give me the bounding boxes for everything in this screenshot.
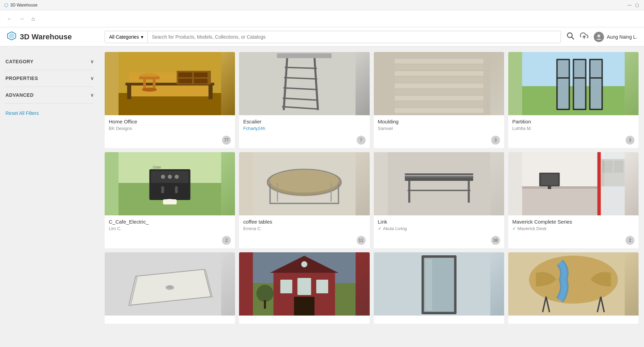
properties-filter-header[interactable]: PROPERTIES ∨ (5, 76, 94, 81)
card-image-coffee-tables (239, 152, 369, 215)
svg-rect-73 (270, 184, 271, 204)
card-maverick[interactable]: Maverick Complete Series ✓ Maverick Desk… (508, 152, 639, 248)
home-button[interactable]: ⌂ (30, 14, 36, 23)
card-river-table[interactable] (508, 252, 639, 324)
maximize-button[interactable]: ▢ (635, 3, 640, 8)
svg-rect-16 (194, 79, 208, 83)
svg-point-62 (175, 175, 179, 179)
card-link[interactable]: Link ✓ Akula Living 38 (374, 152, 504, 248)
card-count-cafe-electric: 2 (222, 236, 231, 245)
card-image-river-table (508, 252, 639, 316)
nav-bar: ← → ⌂ (0, 10, 644, 27)
svg-rect-90 (597, 152, 601, 215)
svg-rect-75 (270, 203, 339, 204)
logo-icon (7, 31, 16, 43)
forward-button[interactable]: → (18, 14, 26, 23)
card-author-cafe-electric: Lim C. (109, 226, 231, 231)
svg-rect-110 (298, 278, 311, 295)
card-image-mirror (374, 252, 504, 316)
card-image-maverick (508, 152, 639, 215)
header: 3D Warehouse All Categories ▾ (0, 27, 644, 46)
svg-rect-42 (394, 108, 483, 113)
svg-rect-54 (590, 79, 601, 109)
card-body-partition: Partition Luthfia M. (508, 115, 639, 134)
user-name: Aung Naing L. (607, 34, 637, 40)
svg-rect-108 (280, 280, 292, 293)
svg-rect-32 (277, 53, 332, 58)
svg-rect-94 (604, 152, 625, 215)
reset-filters-link[interactable]: Reset All Filters (5, 110, 94, 116)
back-button[interactable]: ← (5, 14, 14, 23)
card-image-partition (508, 52, 639, 115)
verified-icon-link: ✓ (378, 226, 382, 231)
title-bar-icon: ⬡ (4, 2, 8, 8)
card-home-office[interactable]: Home Office BK Designs 77 (105, 52, 235, 148)
svg-rect-39 (394, 90, 483, 94)
svg-rect-34 (394, 59, 483, 64)
card-count-link: 38 (491, 236, 500, 245)
card-footer-cafe-electric: 2 (105, 235, 235, 248)
card-image-link (374, 152, 504, 215)
card-moulding[interactable]: Moulding Samuel 3 (374, 52, 504, 148)
svg-rect-77 (331, 183, 332, 202)
card-escalier[interactable]: Escalier Fcharly24h 7 (239, 52, 369, 148)
svg-rect-18 (139, 77, 160, 79)
content-area: Home Office BK Designs 77 (99, 46, 644, 347)
search-icon[interactable] (566, 32, 575, 42)
card-count-home-office: 77 (222, 136, 231, 145)
card-body-shower (105, 316, 235, 324)
card-body-river-table (508, 316, 639, 324)
search-input[interactable] (148, 31, 561, 43)
upload-icon[interactable] (580, 32, 588, 42)
svg-rect-38 (394, 83, 483, 88)
card-count-coffee-tables: 11 (357, 236, 366, 245)
user-area[interactable]: Aung Naing L. (594, 32, 637, 42)
svg-rect-66 (163, 199, 177, 204)
card-footer-moulding: 3 (374, 134, 504, 148)
sidebar: CATEGORY ∨ PROPERTIES ∨ ADVANCED ∨ Reset… (0, 46, 99, 347)
card-body-house (239, 316, 369, 324)
avatar (594, 32, 604, 42)
category-dropdown[interactable]: All Categories ▾ (105, 31, 148, 43)
svg-rect-36 (394, 71, 483, 76)
svg-rect-96 (541, 174, 558, 185)
card-count-moulding: 3 (491, 136, 500, 145)
svg-rect-13 (179, 72, 192, 77)
card-coffee-tables[interactable]: coffee tables Emma C. 11 (239, 152, 369, 248)
properties-filter-label: PROPERTIES (5, 76, 38, 81)
svg-rect-49 (557, 60, 568, 77)
card-count-escalier: 7 (357, 136, 366, 145)
advanced-filter-header[interactable]: ADVANCED ∨ (5, 92, 94, 98)
svg-rect-82 (407, 190, 470, 191)
minimize-button[interactable]: — (628, 3, 632, 8)
card-shower[interactable] (105, 252, 235, 324)
card-house[interactable] (239, 252, 369, 324)
category-chevron-icon: ∨ (90, 59, 94, 64)
svg-rect-35 (394, 65, 483, 70)
card-mirror[interactable] (374, 252, 504, 324)
svg-rect-83 (405, 173, 473, 175)
category-filter-header[interactable]: CATEGORY ∨ (5, 59, 94, 64)
category-filter-label: CATEGORY (5, 59, 34, 64)
category-filter-section: CATEGORY ∨ (5, 53, 94, 70)
svg-rect-84 (405, 176, 473, 178)
card-author-maverick: ✓ Maverick Desk (512, 226, 634, 231)
svg-rect-64 (175, 186, 178, 193)
card-footer-coffee-tables: 11 (239, 235, 369, 248)
card-title-moulding: Moulding (378, 119, 500, 124)
card-author-home-office: BK Designs (109, 126, 231, 131)
svg-rect-52 (574, 79, 585, 109)
svg-rect-85 (405, 179, 473, 181)
card-partition[interactable]: Partition Luthfia M. 3 (508, 52, 639, 148)
main-layout: CATEGORY ∨ PROPERTIES ∨ ADVANCED ∨ Reset… (0, 46, 644, 347)
svg-rect-11 (209, 85, 213, 99)
card-count-partition: 3 (626, 136, 634, 145)
svg-point-103 (167, 286, 173, 289)
card-author-partition: Luthfia M. (512, 126, 634, 131)
card-author-moulding: Samuel (378, 126, 500, 131)
svg-marker-1 (9, 33, 14, 39)
card-cafe-electric[interactable]: Oster C_Cafe_Electric_ Lim C. 2 (105, 152, 235, 248)
svg-rect-63 (161, 186, 164, 193)
svg-rect-87 (522, 186, 597, 215)
svg-rect-14 (179, 79, 192, 83)
